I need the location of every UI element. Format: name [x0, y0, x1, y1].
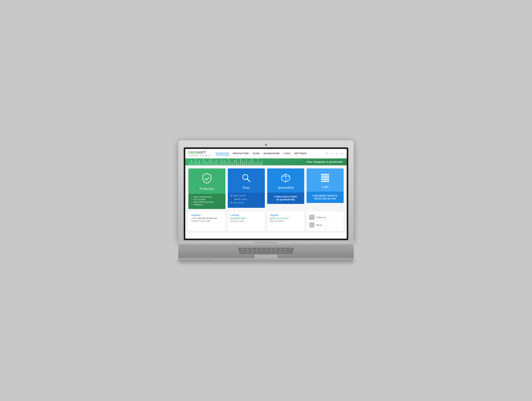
quarantine-card[interactable]: Quarantine 0 MALICIOUS ITEMSIN QUARANTIN… [267, 169, 304, 209]
chart-bar [222, 161, 223, 165]
nav-overview[interactable]: OVERVIEW [216, 152, 229, 155]
key [271, 248, 275, 249]
key [285, 252, 293, 253]
chart-bar [246, 159, 247, 165]
updates-title: Updates [191, 214, 223, 217]
quarantine-card-title: Quarantine [278, 186, 294, 189]
logs-icon [320, 173, 330, 183]
quarantine-text: 0 MALICIOUS ITEMSIN QUARANTINE [270, 195, 302, 201]
chart-bar [252, 159, 253, 165]
check-icon: ✓ [191, 196, 193, 198]
info-icon: i [309, 222, 314, 227]
shield-icon [202, 173, 212, 185]
key [280, 248, 285, 249]
social-card: f Follow us! i About [307, 211, 344, 231]
key [285, 248, 289, 249]
chart-bar [203, 159, 204, 165]
full-scan-item[interactable]: ↻ FULL SCAN [230, 201, 262, 204]
chart-bar [220, 159, 222, 165]
protection-card-title: Protection [200, 187, 214, 191]
logo-area: EMSISOFT INTERNET SECURITY [188, 151, 211, 156]
chart-bar [236, 159, 237, 165]
main-content: Protection ✓SURF PROTECTION ✓FILE GUARD … [185, 165, 347, 233]
maximize-button[interactable]: □ [336, 152, 339, 155]
quick-scan-icon: ⟳ [230, 194, 233, 197]
chart-bar [215, 161, 216, 165]
key [280, 252, 285, 253]
updates-highlight: LAST UPDATE18 MIN AGO [191, 217, 223, 219]
chart-bar [189, 162, 190, 165]
keyboard-rows [178, 246, 354, 255]
nav-quarantine[interactable]: QUARANTINE [263, 152, 280, 155]
chart-bar [232, 163, 233, 165]
svg-rect-8 [321, 176, 329, 177]
chart-bar [234, 160, 235, 165]
app-window: EMSISOFT INTERNET SECURITY OVERVIEW PROT… [185, 149, 347, 239]
key [239, 252, 247, 253]
key [248, 250, 252, 251]
license-card[interactable]: License 364 DAYS LEFT Renew for free! [228, 211, 265, 231]
check-icon: ✓ [191, 201, 193, 203]
support-highlight: NEED ASSISTANCE? [270, 217, 302, 219]
minimize-button[interactable]: — [330, 152, 334, 155]
check-icon: ✓ [191, 199, 193, 200]
key [285, 250, 293, 251]
support-card[interactable]: Support NEED ASSISTANCE? Ask our experts… [267, 211, 304, 231]
protection-card-top: Protection [188, 169, 225, 194]
key [247, 252, 252, 253]
about-item[interactable]: i About [309, 221, 341, 229]
nav-settings[interactable]: SETTINGS [294, 152, 307, 155]
help-button[interactable]: ? [325, 152, 328, 155]
nav-scan[interactable]: SCAN [253, 152, 260, 155]
logs-card[interactable]: Logs 0 MALWARE OBJECTSDETECTED SO FAR [307, 169, 344, 209]
status-text: Your computer is protected! [306, 160, 343, 163]
logs-card-bottom: 0 MALWARE OBJECTSDETECTED SO FAR [307, 192, 344, 203]
nav-bar: OVERVIEW PROTECTION SCAN QUARANTINE LOGS… [216, 152, 325, 155]
logs-card-top: Logs [307, 169, 344, 192]
svg-line-5 [282, 174, 286, 180]
key [272, 250, 276, 251]
screen-bezel: EMSISOFT INTERNET SECURITY OVERVIEW PROT… [184, 147, 348, 240]
laptop-hinge [254, 242, 278, 243]
key [276, 248, 280, 249]
key [257, 248, 261, 249]
chart-bar [195, 159, 196, 165]
quick-scan-item[interactable]: ⟳ QUICK SCAN [230, 194, 262, 197]
key-row [184, 250, 348, 251]
chart-bar [211, 158, 212, 165]
key [239, 250, 243, 251]
scan-card-top: Scan [228, 169, 265, 193]
chart-bar [250, 160, 251, 165]
key-row [184, 252, 348, 253]
window-controls: ? — □ × [325, 152, 344, 155]
follow-label: Follow us! [316, 216, 326, 219]
scan-card-bottom: ⟳ QUICK SCAN 🎓 SMART SCAN ↻ [228, 193, 265, 208]
chart-bar [207, 162, 208, 165]
smart-scan-item[interactable]: 🎓 SMART SCAN [230, 198, 262, 200]
key [281, 250, 285, 251]
logo-emsi: EMSI [188, 151, 197, 154]
key [253, 250, 257, 251]
key [267, 250, 271, 251]
key [262, 250, 266, 251]
scan-card[interactable]: Scan ⟳ QUICK SCAN [228, 169, 265, 209]
svg-rect-11 [321, 181, 329, 182]
protection-card[interactable]: Protection ✓SURF PROTECTION ✓FILE GUARD … [188, 169, 225, 209]
nav-logs[interactable]: LOGS [284, 152, 290, 155]
license-highlight: 364 DAYS LEFT [230, 217, 262, 219]
about-label: About [316, 224, 322, 226]
reflection [213, 258, 319, 262]
chart-bar [257, 158, 259, 165]
check-icon: ✓ [191, 204, 193, 206]
follow-us-item[interactable]: f Follow us! [309, 214, 341, 221]
chart-bar [193, 163, 194, 165]
chart-bar [224, 160, 225, 165]
updates-card[interactable]: Updates LAST UPDATE18 MIN AGO Software i… [188, 211, 225, 231]
nav-protection[interactable]: PROTECTION [233, 152, 249, 155]
license-title: License [230, 214, 262, 217]
close-button[interactable]: × [341, 152, 344, 155]
title-bar: EMSISOFT INTERNET SECURITY OVERVIEW PROT… [185, 149, 347, 158]
chart-bar [244, 162, 245, 165]
laptop-base [178, 242, 354, 246]
protection-item-behavior: ✓BEHAVIOR BLOCKER [191, 201, 223, 203]
